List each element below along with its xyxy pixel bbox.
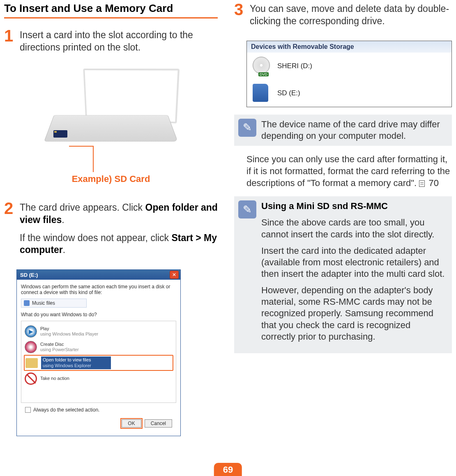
option-create-disc[interactable]: Create Discusing PowerStarter [24, 339, 173, 355]
folder-icon [25, 357, 38, 369]
step-1: 1 Insert a card into the slot according … [4, 28, 218, 60]
file-type-row: Music files [21, 299, 87, 308]
laptop-figure: Example) SD Card [4, 67, 218, 184]
dialog-prompt: What do you want Windows to do? [21, 312, 176, 317]
devices-header: Devices with Removable Storage [247, 41, 451, 53]
dialog-title: SD (E:) [20, 272, 38, 278]
step-number: 2 [4, 201, 16, 262]
svg-rect-1 [54, 131, 57, 133]
sd-card-icon [53, 127, 71, 139]
device-dvd-row[interactable]: DVD SHERI (D:) [247, 53, 451, 80]
page-number: 69 [214, 463, 242, 476]
left-column: To Insert and Use a Memory Card 1 Insert… [4, 2, 218, 436]
sd-drive-icon [253, 84, 272, 103]
device-sd-row[interactable]: SD (E:) [247, 80, 451, 107]
step-3: 3 You can save, move and delete data by … [234, 2, 452, 33]
note2-p3: However, depending on the adapter's body… [261, 285, 446, 343]
note2-p1: Since the above cards are too small, you… [261, 217, 446, 240]
note2-title: Using a Mini SD snd RS-MMC [261, 201, 388, 211]
page-ref-icon [419, 180, 425, 187]
dialog-intro: Windows can perform the same action each… [21, 284, 176, 295]
note-icon: ✎ [238, 119, 256, 137]
callout-line [93, 146, 94, 172]
device-label: SD (E:) [277, 89, 300, 97]
note-text: Using a Mini SD snd RS-MMC Since the abo… [261, 200, 446, 347]
dialog-body: Windows can perform the same action each… [17, 280, 180, 436]
note2-p2: Insert the card into the dedicated adapt… [261, 245, 446, 280]
devices-panel: Devices with Removable Storage DVD SHERI… [246, 41, 452, 107]
page-content: To Insert and Use a Memory Card 1 Insert… [4, 0, 452, 436]
step-number: 1 [4, 28, 16, 60]
laptop-caption: Example) SD Card [4, 174, 218, 184]
note-mini-sd: ✎ Using a Mini SD snd RS-MMC Since the a… [234, 196, 452, 353]
wmp-icon: ▶ [25, 325, 37, 338]
step-2: 2 The card drive appears. Click Open fol… [4, 201, 218, 262]
option-take-no-action[interactable]: Take no action [24, 371, 173, 386]
laptop-image [33, 67, 189, 157]
step2-line1: The card drive appears. Click Open folde… [20, 202, 218, 226]
step2-line2: If the window does not appear, click Sta… [20, 232, 218, 257]
cancel-button[interactable]: Cancel [145, 419, 172, 428]
format-paragraph: Since you can only use the card after fo… [246, 153, 452, 189]
step3-text: You can save, move and delete data by do… [250, 3, 452, 28]
powerstarter-icon [25, 341, 37, 353]
option-open-folder[interactable]: Open folder to view filesusing Windows E… [24, 355, 173, 370]
dialog-buttons: OK Cancel [21, 417, 176, 432]
device-label: SHERI (D:) [277, 62, 312, 70]
dialog-titlebar: SD (E:) ✕ [17, 270, 180, 280]
music-file-icon [24, 300, 30, 306]
note-device-name: ✎ The device name of the card drive may … [234, 115, 452, 146]
no-action-icon [25, 373, 37, 385]
note-icon: ✎ [238, 200, 256, 218]
step-body: Insert a card into the slot according to… [20, 28, 218, 60]
step-body: The card drive appears. Click Open folde… [20, 201, 218, 262]
step-number: 3 [234, 2, 246, 33]
dvd-drive-icon: DVD [253, 57, 272, 76]
section-title: To Insert and Use a Memory Card [4, 2, 218, 18]
option-play[interactable]: ▶ Playusing Windows Media Player [24, 324, 173, 339]
always-checkbox-row[interactable]: Always do the selected action. [21, 403, 176, 417]
right-column: 3 You can save, move and delete data by … [234, 2, 452, 436]
note-text: The device name of the card drive may di… [261, 119, 446, 142]
step1-text: Insert a card into the slot according to… [20, 29, 218, 54]
step-body: You can save, move and delete data by do… [250, 2, 452, 33]
ok-button[interactable]: OK [122, 419, 141, 428]
close-icon[interactable]: ✕ [170, 271, 179, 279]
checkbox-icon[interactable] [25, 407, 31, 413]
options-list: ▶ Playusing Windows Media Player Create … [21, 321, 176, 403]
autoplay-dialog: SD (E:) ✕ Windows can perform the same a… [16, 269, 181, 436]
